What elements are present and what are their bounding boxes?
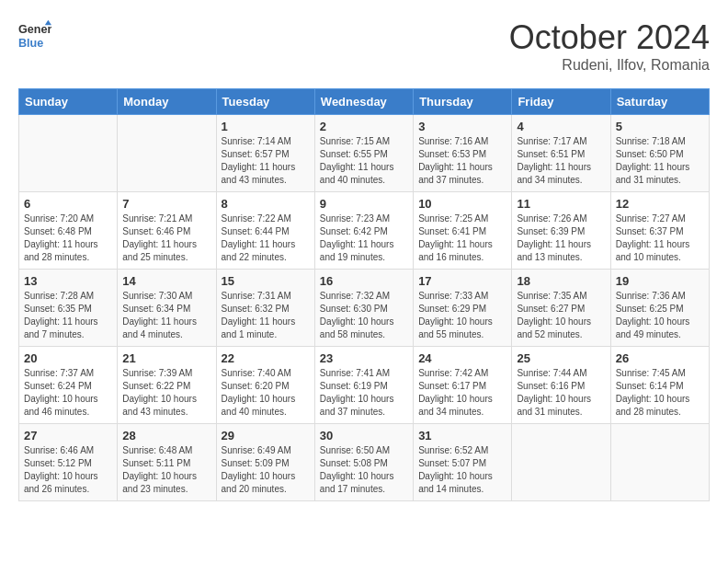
calendar-week-row: 6Sunrise: 7:20 AM Sunset: 6:48 PM Daylig… xyxy=(19,192,710,270)
calendar-cell: 19Sunrise: 7:36 AM Sunset: 6:25 PM Dayli… xyxy=(610,270,709,347)
calendar-cell: 13Sunrise: 7:28 AM Sunset: 6:35 PM Dayli… xyxy=(19,270,118,347)
calendar-cell: 22Sunrise: 7:40 AM Sunset: 6:20 PM Dayli… xyxy=(216,347,314,424)
day-info: Sunrise: 7:44 AM Sunset: 6:16 PM Dayligh… xyxy=(517,367,605,419)
weekday-header-row: SundayMondayTuesdayWednesdayThursdayFrid… xyxy=(19,89,710,115)
calendar-cell: 26Sunrise: 7:45 AM Sunset: 6:14 PM Dayli… xyxy=(610,347,709,424)
weekday-header-tuesday: Tuesday xyxy=(216,89,314,115)
calendar-week-row: 13Sunrise: 7:28 AM Sunset: 6:35 PM Dayli… xyxy=(19,270,710,347)
calendar-cell: 18Sunrise: 7:35 AM Sunset: 6:27 PM Dayli… xyxy=(512,270,610,347)
day-number: 8 xyxy=(222,197,310,211)
calendar-cell xyxy=(610,424,709,501)
calendar-cell: 30Sunrise: 6:50 AM Sunset: 5:08 PM Dayli… xyxy=(314,424,413,501)
day-info: Sunrise: 7:20 AM Sunset: 6:48 PM Dayligh… xyxy=(24,213,112,264)
calendar-cell: 25Sunrise: 7:44 AM Sunset: 6:16 PM Dayli… xyxy=(512,347,610,424)
day-number: 17 xyxy=(418,274,506,288)
day-number: 7 xyxy=(122,197,210,211)
calendar-cell: 11Sunrise: 7:26 AM Sunset: 6:39 PM Dayli… xyxy=(512,192,610,270)
day-info: Sunrise: 7:37 AM Sunset: 6:24 PM Dayligh… xyxy=(24,367,112,419)
calendar-cell: 8Sunrise: 7:22 AM Sunset: 6:44 PM Daylig… xyxy=(216,192,314,270)
weekday-header-sunday: Sunday xyxy=(19,89,118,115)
day-number: 25 xyxy=(517,351,605,365)
calendar-cell xyxy=(19,115,118,192)
day-info: Sunrise: 7:30 AM Sunset: 6:34 PM Dayligh… xyxy=(122,290,210,341)
calendar-cell: 23Sunrise: 7:41 AM Sunset: 6:19 PM Dayli… xyxy=(314,347,413,424)
day-info: Sunrise: 7:23 AM Sunset: 6:42 PM Dayligh… xyxy=(320,213,408,264)
day-info: Sunrise: 7:18 AM Sunset: 6:50 PM Dayligh… xyxy=(616,135,704,187)
day-info: Sunrise: 6:46 AM Sunset: 5:12 PM Dayligh… xyxy=(24,444,112,496)
day-number: 27 xyxy=(24,429,112,442)
calendar-cell: 7Sunrise: 7:21 AM Sunset: 6:46 PM Daylig… xyxy=(118,192,216,270)
calendar-cell: 3Sunrise: 7:16 AM Sunset: 6:53 PM Daylig… xyxy=(414,115,512,192)
day-info: Sunrise: 7:35 AM Sunset: 6:27 PM Dayligh… xyxy=(517,290,605,341)
day-number: 30 xyxy=(320,429,408,442)
logo: General Blue xyxy=(18,18,51,52)
day-number: 22 xyxy=(222,351,310,365)
calendar-cell: 14Sunrise: 7:30 AM Sunset: 6:34 PM Dayli… xyxy=(118,270,216,347)
day-info: Sunrise: 7:14 AM Sunset: 6:57 PM Dayligh… xyxy=(222,135,310,187)
weekday-header-saturday: Saturday xyxy=(610,89,709,115)
day-info: Sunrise: 7:22 AM Sunset: 6:44 PM Dayligh… xyxy=(222,213,310,264)
day-info: Sunrise: 7:26 AM Sunset: 6:39 PM Dayligh… xyxy=(517,213,605,264)
day-info: Sunrise: 7:32 AM Sunset: 6:30 PM Dayligh… xyxy=(320,290,408,341)
day-number: 1 xyxy=(222,120,310,133)
day-info: Sunrise: 7:33 AM Sunset: 6:29 PM Dayligh… xyxy=(418,290,506,341)
day-number: 24 xyxy=(418,351,506,365)
calendar-week-row: 20Sunrise: 7:37 AM Sunset: 6:24 PM Dayli… xyxy=(19,347,710,424)
day-info: Sunrise: 7:16 AM Sunset: 6:53 PM Dayligh… xyxy=(418,135,506,187)
day-number: 31 xyxy=(418,429,506,442)
day-number: 5 xyxy=(616,120,704,133)
day-number: 11 xyxy=(517,197,605,211)
day-number: 15 xyxy=(222,274,310,288)
day-info: Sunrise: 7:15 AM Sunset: 6:55 PM Dayligh… xyxy=(320,135,408,187)
calendar-cell: 5Sunrise: 7:18 AM Sunset: 6:50 PM Daylig… xyxy=(610,115,709,192)
weekday-header-monday: Monday xyxy=(118,89,216,115)
day-info: Sunrise: 7:25 AM Sunset: 6:41 PM Dayligh… xyxy=(418,213,506,264)
calendar-cell: 4Sunrise: 7:17 AM Sunset: 6:51 PM Daylig… xyxy=(512,115,610,192)
day-info: Sunrise: 7:41 AM Sunset: 6:19 PM Dayligh… xyxy=(320,367,408,419)
calendar-cell: 27Sunrise: 6:46 AM Sunset: 5:12 PM Dayli… xyxy=(19,424,118,501)
day-info: Sunrise: 7:42 AM Sunset: 6:17 PM Dayligh… xyxy=(418,367,506,419)
calendar-cell: 29Sunrise: 6:49 AM Sunset: 5:09 PM Dayli… xyxy=(216,424,314,501)
calendar-cell: 16Sunrise: 7:32 AM Sunset: 6:30 PM Dayli… xyxy=(314,270,413,347)
location-subtitle: Rudeni, Ilfov, Romania xyxy=(509,57,710,74)
day-number: 14 xyxy=(122,274,210,288)
weekday-header-wednesday: Wednesday xyxy=(314,89,413,115)
day-number: 16 xyxy=(320,274,408,288)
day-info: Sunrise: 6:48 AM Sunset: 5:11 PM Dayligh… xyxy=(122,444,210,496)
calendar-week-row: 1Sunrise: 7:14 AM Sunset: 6:57 PM Daylig… xyxy=(19,115,710,192)
calendar-cell: 10Sunrise: 7:25 AM Sunset: 6:41 PM Dayli… xyxy=(414,192,512,270)
day-number: 9 xyxy=(320,197,408,211)
calendar-cell: 6Sunrise: 7:20 AM Sunset: 6:48 PM Daylig… xyxy=(19,192,118,270)
day-info: Sunrise: 7:40 AM Sunset: 6:20 PM Dayligh… xyxy=(222,367,310,419)
logo-icon: General Blue xyxy=(18,18,51,52)
calendar-cell: 24Sunrise: 7:42 AM Sunset: 6:17 PM Dayli… xyxy=(414,347,512,424)
day-number: 20 xyxy=(24,351,112,365)
day-info: Sunrise: 7:17 AM Sunset: 6:51 PM Dayligh… xyxy=(517,135,605,187)
calendar-cell: 15Sunrise: 7:31 AM Sunset: 6:32 PM Dayli… xyxy=(216,270,314,347)
day-number: 23 xyxy=(320,351,408,365)
svg-text:General: General xyxy=(18,23,51,36)
calendar-cell: 21Sunrise: 7:39 AM Sunset: 6:22 PM Dayli… xyxy=(118,347,216,424)
day-number: 4 xyxy=(517,120,605,133)
calendar-table: SundayMondayTuesdayWednesdayThursdayFrid… xyxy=(18,88,710,501)
day-number: 2 xyxy=(320,120,408,133)
day-info: Sunrise: 7:45 AM Sunset: 6:14 PM Dayligh… xyxy=(616,367,704,419)
weekday-header-thursday: Thursday xyxy=(414,89,512,115)
day-number: 19 xyxy=(616,274,704,288)
day-number: 29 xyxy=(222,429,310,442)
calendar-cell: 2Sunrise: 7:15 AM Sunset: 6:55 PM Daylig… xyxy=(314,115,413,192)
day-number: 28 xyxy=(122,429,210,442)
calendar-cell: 20Sunrise: 7:37 AM Sunset: 6:24 PM Dayli… xyxy=(19,347,118,424)
calendar-cell: 28Sunrise: 6:48 AM Sunset: 5:11 PM Dayli… xyxy=(118,424,216,501)
day-info: Sunrise: 6:52 AM Sunset: 5:07 PM Dayligh… xyxy=(418,444,506,496)
day-number: 12 xyxy=(616,197,704,211)
day-number: 6 xyxy=(24,197,112,211)
calendar-cell: 1Sunrise: 7:14 AM Sunset: 6:57 PM Daylig… xyxy=(216,115,314,192)
weekday-header-friday: Friday xyxy=(512,89,610,115)
day-info: Sunrise: 7:27 AM Sunset: 6:37 PM Dayligh… xyxy=(616,213,704,264)
calendar-cell: 12Sunrise: 7:27 AM Sunset: 6:37 PM Dayli… xyxy=(610,192,709,270)
day-info: Sunrise: 7:39 AM Sunset: 6:22 PM Dayligh… xyxy=(122,367,210,419)
day-number: 3 xyxy=(418,120,506,133)
day-info: Sunrise: 7:36 AM Sunset: 6:25 PM Dayligh… xyxy=(616,290,704,341)
calendar-cell: 9Sunrise: 7:23 AM Sunset: 6:42 PM Daylig… xyxy=(314,192,413,270)
